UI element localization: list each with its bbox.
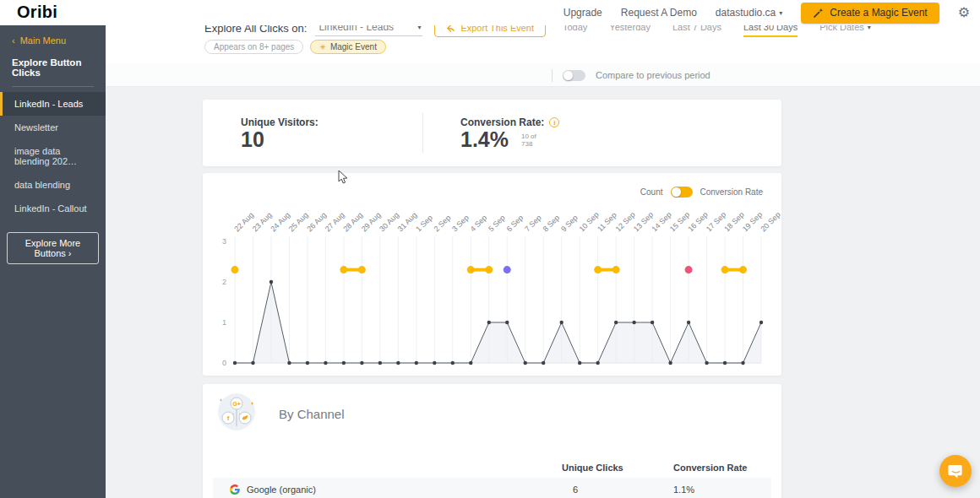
svg-text:27 Aug: 27 Aug [324, 211, 346, 234]
clicks-chart: 22 Aug23 Aug24 Aug25 Aug26 Aug27 Aug28 A… [203, 173, 781, 376]
by-channel-title: By Channel [279, 407, 345, 421]
svg-text:30 Aug: 30 Aug [378, 211, 400, 234]
conversion-rate-label: Conversion Rate: [460, 116, 544, 128]
svg-text:6 Sep: 6 Sep [505, 214, 525, 234]
svg-text:3 Sep: 3 Sep [450, 214, 471, 234]
magic-event-badge: ✳ Magic Event [310, 40, 386, 54]
divider [552, 69, 553, 82]
chat-bubble-icon [948, 463, 964, 479]
account-name: datastudio.ca [716, 7, 776, 19]
explore-more-buttons-button[interactable]: Explore More Buttons › [7, 232, 99, 264]
sidebar-item-linkedin-callout[interactable]: LinkedIn - Callout [0, 197, 106, 220]
count-conversion-toggle[interactable] [671, 187, 693, 198]
account-menu[interactable]: datastudio.ca ▾ [716, 7, 782, 19]
channel-conversion-rate: 1.1% [673, 484, 694, 495]
svg-text:28 Aug: 28 Aug [341, 211, 364, 234]
top-nav: Upgrade Request A Demo datastudio.ca ▾ C… [564, 0, 970, 25]
chevron-left-icon: ‹ [12, 35, 15, 46]
svg-text:31 Aug: 31 Aug [396, 211, 419, 234]
svg-text:24 Aug: 24 Aug [269, 211, 291, 234]
stats-card: Unique Visitors: 10 Conversion Rate: i 1… [203, 100, 781, 166]
sidebar-item-image-data-blending[interactable]: image data blending 202… [0, 139, 106, 173]
compare-period-label: Compare to previous period [596, 70, 710, 80]
sidebar-item-newsletter[interactable]: Newsletter [0, 116, 106, 139]
svg-text:7 Sep: 7 Sep [523, 214, 543, 234]
svg-text:22 Aug: 22 Aug [232, 211, 255, 234]
upgrade-link[interactable]: Upgrade [564, 7, 602, 19]
settings-gear-icon[interactable]: ⚙ [958, 6, 970, 19]
info-icon[interactable]: i [549, 117, 559, 127]
channel-unique-clicks: 6 [573, 484, 578, 495]
by-channel-icon: G+ f [217, 392, 256, 431]
divider [422, 113, 423, 153]
back-to-main-menu[interactable]: ‹ Main Menu [0, 25, 106, 54]
compare-period-toggle[interactable] [563, 70, 585, 81]
clicks-chart-card: Count Conversion Rate 22 Aug23 Aug24 Aug… [203, 173, 781, 376]
svg-text:4 Sep: 4 Sep [469, 214, 489, 234]
svg-text:2: 2 [222, 278, 226, 286]
svg-text:9 Sep: 9 Sep [559, 214, 580, 234]
svg-text:25 Aug: 25 Aug [287, 211, 310, 234]
chart-mode-toggle-group: Count Conversion Rate [640, 187, 763, 198]
svg-text:26 Aug: 26 Aug [305, 211, 328, 234]
column-header-conversion-rate: Conversion Rate [673, 463, 747, 473]
chevron-down-icon: ▾ [779, 9, 782, 17]
unique-visitors-value: 10 [241, 127, 264, 152]
chevron-right-icon: › [68, 248, 72, 258]
sidebar: ‹ Main Menu Explore Button Clicks Linked… [0, 25, 106, 498]
conversion-rate-detail: 10 of 738 [521, 133, 536, 148]
sidebar-title: Explore Button Clicks [0, 54, 106, 86]
svg-text:23 Aug: 23 Aug [251, 211, 274, 234]
svg-text:5 Sep: 5 Sep [487, 214, 507, 234]
sidebar-item-data-blending[interactable]: data blending [0, 173, 106, 197]
request-demo-link[interactable]: Request A Demo [621, 7, 697, 19]
event-badges: Appears on 8+ pages ✳ Magic Event [204, 40, 386, 54]
sidebar-divider [12, 86, 94, 87]
svg-text:G+: G+ [232, 401, 241, 407]
create-magic-event-button[interactable]: Create a Magic Event [801, 3, 939, 24]
sparkle-icon: ✳ [319, 43, 326, 51]
channel-row-google-organic[interactable]: Google (organic) 6 1.1% [213, 478, 771, 498]
unique-visitors-label: Unique Visitors: [241, 116, 318, 128]
conversion-rate-value: 1.4% [460, 127, 509, 152]
by-channel-card: G+ f By Channel Unique Clicks Conversion… [203, 384, 781, 498]
magic-wand-icon [813, 8, 824, 19]
svg-text:11 Sep: 11 Sep [596, 211, 618, 234]
svg-text:1: 1 [222, 318, 226, 327]
google-icon [230, 484, 240, 495]
svg-text:29 Aug: 29 Aug [360, 211, 383, 234]
sidebar-item-linkedin-leads[interactable]: LinkedIn - Leads [0, 92, 106, 116]
svg-text:20 Sep: 20 Sep [759, 210, 781, 233]
svg-text:2 Sep: 2 Sep [433, 214, 453, 234]
top-bar: Oribi Upgrade Request A Demo datastudio.… [0, 0, 980, 25]
compare-band: Compare to previous period [106, 63, 980, 87]
svg-text:0: 0 [222, 359, 226, 367]
channel-name: Google (organic) [247, 484, 316, 495]
count-toggle-label[interactable]: Count [640, 187, 663, 197]
chat-launcher-button[interactable] [939, 455, 972, 487]
appears-on-pages-badge: Appears on 8+ pages [204, 40, 303, 54]
svg-text:8 Sep: 8 Sep [542, 214, 562, 234]
svg-text:f: f [227, 414, 230, 422]
svg-text:3: 3 [222, 237, 226, 246]
oribi-logo[interactable]: Oribi [17, 3, 57, 22]
column-header-unique-clicks: Unique Clicks [562, 463, 623, 473]
conversion-toggle-label[interactable]: Conversion Rate [700, 187, 763, 197]
